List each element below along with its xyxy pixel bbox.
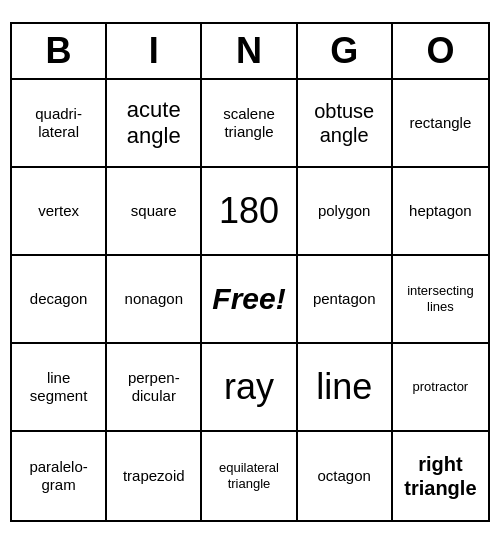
bingo-cell-13: pentagon — [298, 256, 393, 344]
header-letter-b: B — [12, 24, 107, 78]
bingo-grid: quadri-lateralacuteanglescalenetriangleo… — [12, 80, 488, 520]
bingo-cell-24: righttriangle — [393, 432, 488, 520]
bingo-cell-20: paralelo-gram — [12, 432, 107, 520]
bingo-cell-23: octagon — [298, 432, 393, 520]
bingo-cell-15: linesegment — [12, 344, 107, 432]
bingo-cell-3: obtuseangle — [298, 80, 393, 168]
bingo-cell-1: acuteangle — [107, 80, 202, 168]
bingo-cell-11: nonagon — [107, 256, 202, 344]
bingo-cell-5: vertex — [12, 168, 107, 256]
header-letter-i: I — [107, 24, 202, 78]
header-letter-o: O — [393, 24, 488, 78]
header-letter-g: G — [298, 24, 393, 78]
bingo-cell-10: decagon — [12, 256, 107, 344]
bingo-cell-6: square — [107, 168, 202, 256]
bingo-cell-19: protractor — [393, 344, 488, 432]
bingo-cell-14: intersectinglines — [393, 256, 488, 344]
bingo-cell-22: equilateraltriangle — [202, 432, 297, 520]
bingo-cell-21: trapezoid — [107, 432, 202, 520]
bingo-cell-2: scalenetriangle — [202, 80, 297, 168]
bingo-cell-17: ray — [202, 344, 297, 432]
bingo-cell-12: Free! — [202, 256, 297, 344]
bingo-header: BINGO — [12, 24, 488, 80]
bingo-cell-8: polygon — [298, 168, 393, 256]
bingo-cell-0: quadri-lateral — [12, 80, 107, 168]
bingo-card: BINGO quadri-lateralacuteanglescalenetri… — [10, 22, 490, 522]
bingo-cell-9: heptagon — [393, 168, 488, 256]
bingo-cell-4: rectangle — [393, 80, 488, 168]
bingo-cell-7: 180 — [202, 168, 297, 256]
header-letter-n: N — [202, 24, 297, 78]
bingo-cell-18: line — [298, 344, 393, 432]
bingo-cell-16: perpen-dicular — [107, 344, 202, 432]
